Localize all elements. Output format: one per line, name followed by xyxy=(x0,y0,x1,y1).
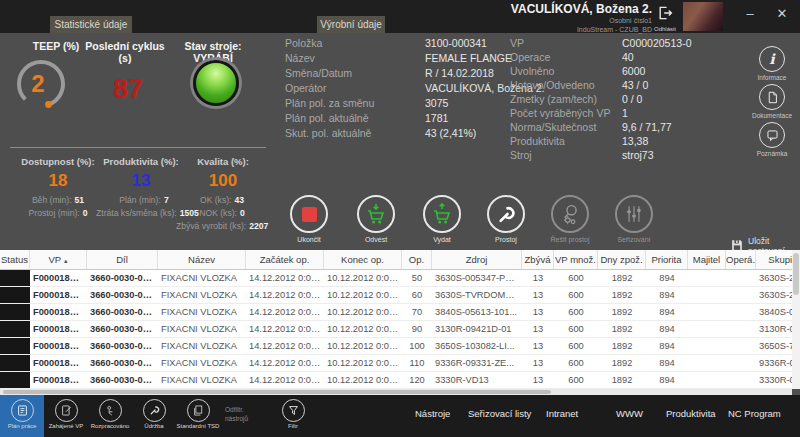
field-value: 13,38 xyxy=(622,134,648,148)
field-row: VPC000020513-0 xyxy=(510,36,691,50)
cell-priorita: 894 xyxy=(646,304,688,320)
cell-nazev: FIXACNI VLOZKA xyxy=(158,372,246,388)
setup-button[interactable]: Seřizování xyxy=(602,195,666,243)
vertical-scrollbar[interactable] xyxy=(792,250,800,389)
cell-status xyxy=(0,338,30,354)
column-header-vpmnoz[interactable]: VP množ. xyxy=(554,250,598,269)
cell-opera xyxy=(726,338,756,354)
field-row: Položka3100-000341 xyxy=(285,36,544,51)
link-nastroje[interactable]: Nástroje xyxy=(415,408,450,419)
column-header-zdroj[interactable]: Zdroj xyxy=(432,250,522,269)
horizontal-scrollbar-thumb[interactable] xyxy=(3,390,551,394)
table-row[interactable]: F0000189643660-0030-0701FIXACNI VLOZKA14… xyxy=(0,338,792,355)
cell-zdroj: 3840S-05613-101... xyxy=(432,304,522,320)
link-nc-program[interactable]: NC Program xyxy=(728,408,781,419)
column-header-dnyzpoz[interactable]: Dny zpož. xyxy=(598,250,646,269)
field-row: Prostoj (min):0 xyxy=(8,207,108,220)
productivity-group: Produktivita (%): 13 xyxy=(100,156,182,191)
nav-rozpracovano[interactable]: Rozpracováno xyxy=(88,397,132,437)
user-avatar xyxy=(683,2,723,31)
cell-vp: F000018964 xyxy=(30,270,87,286)
column-header-status[interactable]: Status xyxy=(0,250,30,269)
table-row[interactable]: F0000189643660-0030-0701FIXACNI VLOZKA14… xyxy=(0,270,792,287)
nav-plan-prace[interactable]: Plán práce xyxy=(0,395,44,437)
column-header-priorita[interactable]: Priorita xyxy=(646,250,688,269)
minimize-button[interactable]: – xyxy=(738,6,762,21)
field-row: Produktivita13,38 xyxy=(510,134,691,148)
field-label: Norma/Skutečnost xyxy=(510,120,622,134)
column-header-vp[interactable]: VP▴ xyxy=(30,250,87,269)
column-header-zbyva[interactable]: Zbývá xyxy=(522,250,554,269)
link-www[interactable]: WWW xyxy=(616,408,643,419)
cell-nazev: FIXACNI VLOZKA xyxy=(158,287,246,303)
cell-skupina: 3130R-094... xyxy=(756,321,792,337)
cell-nazev: FIXACNI VLOZKA xyxy=(158,304,246,320)
field-value: 40 xyxy=(622,50,634,64)
cell-priorita: 894 xyxy=(646,355,688,371)
downtime-button[interactable]: Prostoj xyxy=(474,195,538,243)
cell-opera xyxy=(726,270,756,286)
table-row[interactable]: F0000189643660-0030-0701FIXACNI VLOZKA14… xyxy=(0,355,792,372)
column-header-zacatek[interactable]: Začátek op. xyxy=(246,250,324,269)
link-serizovaci-listy[interactable]: Seřizovací listy xyxy=(468,408,531,419)
column-header-skupina[interactable]: Skupina xyxy=(756,250,792,269)
column-header-opera[interactable]: Operá... xyxy=(726,250,756,269)
tab-vyrobni-udaje[interactable]: Výrobní údaje xyxy=(317,16,385,33)
cell-dil: 3660-0030-0701 xyxy=(87,321,158,337)
cell-vpmnoz: 600 xyxy=(554,355,598,371)
field-row: Běh (min):51 xyxy=(8,194,108,207)
issue-button[interactable]: Vydat xyxy=(410,195,474,243)
cell-status xyxy=(0,304,30,320)
documentation-button[interactable]: Dokumentace xyxy=(746,84,798,119)
table-row[interactable]: F0000189643660-0030-0701FIXACNI VLOZKA14… xyxy=(0,287,792,304)
availability-value: 18 xyxy=(14,171,102,191)
link-produktivita[interactable]: Produktivita xyxy=(666,408,716,419)
note-button[interactable]: Poznámka xyxy=(746,122,798,157)
field-label: NOK (ks): xyxy=(199,208,237,218)
vertical-scrollbar-thumb[interactable] xyxy=(793,253,799,295)
column-header-konec[interactable]: Konec op. xyxy=(324,250,402,269)
filter-button[interactable]: Filtr xyxy=(271,397,315,437)
logout-button[interactable]: Odhlásit xyxy=(652,5,678,32)
cell-priorita: 894 xyxy=(646,372,688,388)
deliver-button[interactable]: Odvést xyxy=(344,195,408,243)
tab-statisticke-udaje[interactable]: Statistické údaje xyxy=(50,16,132,33)
close-button[interactable]: ✕ xyxy=(770,6,794,21)
table-row[interactable]: F0000189643660-0030-0701FIXACNI VLOZKA14… xyxy=(0,372,792,389)
field-label: Zbývá vyrobit (ks): xyxy=(176,221,246,231)
column-header-dil[interactable]: Díl xyxy=(87,250,158,269)
magnifier-gears-icon xyxy=(551,195,589,233)
note-icon xyxy=(759,122,785,148)
column-header-nazev[interactable]: Název xyxy=(158,250,246,269)
cell-skupina: 3630S-286... xyxy=(756,287,792,303)
nav-zahajene-vp[interactable]: Zahájené VP xyxy=(44,397,88,437)
field-value: 1 xyxy=(622,106,628,120)
teep-value: 2 xyxy=(14,70,62,98)
column-header-op[interactable]: Op. xyxy=(402,250,432,269)
nav-udrzba[interactable]: Údržba xyxy=(132,397,176,437)
table-row[interactable]: F0000189643660-0030-0701FIXACNI VLOZKA14… xyxy=(0,304,792,321)
production-fields-left: Položka3100-000341NázevFEMALE FLANGESměn… xyxy=(285,36,544,141)
cell-priorita: 894 xyxy=(646,338,688,354)
field-label: Běh (min): xyxy=(32,195,72,205)
cell-vpmnoz: 600 xyxy=(554,270,598,286)
field-value: 7 xyxy=(164,195,169,205)
cell-zdroj: 3630S-005347-PE... xyxy=(432,270,522,286)
document-icon xyxy=(759,84,785,110)
field-row: Plán pol. za směnu3075 xyxy=(285,96,544,111)
user-personal-number: Osobní číslo1 xyxy=(452,16,652,25)
wrench-icon xyxy=(487,195,525,233)
solve-downtime-button[interactable]: Řešit prostoj xyxy=(538,195,602,243)
field-row: Zmetky (zam/tech)0 / 0 xyxy=(510,92,691,106)
column-header-majitel[interactable]: Majitel xyxy=(688,250,726,269)
cell-vpmnoz: 600 xyxy=(554,321,598,337)
finish-button[interactable]: Ukončit xyxy=(277,195,341,243)
table-row[interactable]: F0000189643660-0030-0701FIXACNI VLOZKA14… xyxy=(0,321,792,338)
field-label: Plán (min): xyxy=(119,195,161,205)
cell-op: 100 xyxy=(402,338,432,354)
cell-nazev: FIXACNI VLOZKA xyxy=(158,355,246,371)
nav-standardni-tsd[interactable]: Standardní TSD xyxy=(176,397,220,437)
link-intranet[interactable]: Intranet xyxy=(546,408,578,419)
cell-majitel xyxy=(688,287,726,303)
information-button[interactable]: i Informace xyxy=(746,46,798,81)
